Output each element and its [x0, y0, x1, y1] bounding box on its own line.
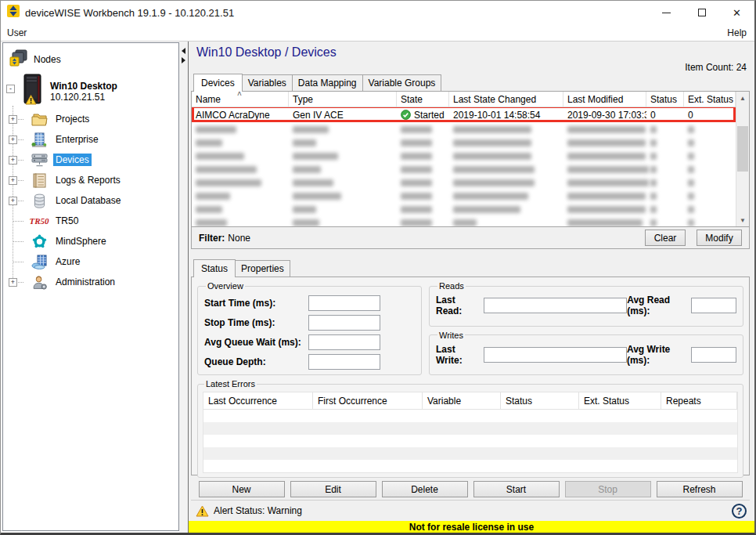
error-column-header-repeats[interactable]: Repeats	[661, 392, 737, 410]
clear-filter-button[interactable]: Clear	[645, 230, 686, 246]
filter-label: Filter:	[199, 233, 225, 244]
status-tab-page: Overview Start Time (ms): Stop Time (ms)…	[191, 277, 750, 475]
scroll-up-icon[interactable]: ▲	[736, 92, 749, 104]
device-row-redacted[interactable]	[192, 215, 736, 226]
server-warning-icon	[19, 74, 45, 109]
column-header-last-modified[interactable]: Last Modified	[563, 92, 646, 107]
column-header-last-state-changed[interactable]: Last State Changed	[449, 92, 563, 107]
tree-root-nodes[interactable]: Nodes	[8, 48, 178, 74]
devices-icon	[30, 154, 49, 167]
edit-button[interactable]: Edit	[290, 481, 376, 497]
modify-filter-button[interactable]: Modify	[697, 230, 742, 246]
error-column-header-variable[interactable]: Variable	[423, 392, 501, 410]
device-row-redacted[interactable]	[192, 202, 736, 215]
device-row-redacted[interactable]	[192, 122, 736, 136]
help-icon[interactable]: ?	[732, 504, 747, 519]
expand-icon[interactable]: +	[9, 136, 17, 144]
sidebar-item-label: Enterprise	[53, 133, 101, 146]
expand-icon[interactable]: +	[9, 176, 17, 185]
warning-icon	[196, 505, 209, 517]
maximize-button[interactable]	[684, 1, 719, 24]
device-last-modified: 2019-09-30 17:03:38	[563, 110, 646, 121]
column-header-type[interactable]: Type	[289, 92, 397, 107]
writes-legend: Writes	[437, 331, 465, 340]
device-row-redacted[interactable]	[192, 175, 736, 189]
table-scrollbar[interactable]: ▲ ▼	[736, 92, 749, 226]
stop-time-field[interactable]	[308, 315, 380, 331]
reads-legend: Reads	[437, 281, 466, 291]
sidebar-item-logs-reports[interactable]: +Logs & Reports	[30, 170, 178, 190]
node-address: 10.120.21.51	[50, 92, 117, 103]
scrollbar-track[interactable]	[736, 104, 749, 214]
avg-read-label: Avg Read (ms):	[627, 295, 686, 316]
azure-icon	[30, 255, 49, 269]
sidebar-item-mindsphere[interactable]: MindSphere	[30, 231, 178, 251]
detail-tab-properties[interactable]: Properties	[235, 260, 290, 277]
sidebar-item-label: Logs & Reports	[53, 174, 123, 186]
last-write-field[interactable]	[484, 347, 627, 363]
device-row-redacted[interactable]	[192, 162, 736, 175]
column-header-ext-status[interactable]: Ext. Status	[684, 92, 736, 107]
start-button[interactable]: Start	[473, 481, 560, 497]
sidebar-item-devices[interactable]: +Devices	[30, 150, 178, 170]
detail-tab-status[interactable]: Status	[193, 259, 236, 277]
collapse-right-icon[interactable]	[180, 56, 187, 63]
new-button[interactable]: New	[199, 481, 285, 497]
error-column-header-ext-status[interactable]: Ext. Status	[579, 392, 661, 410]
minimize-button[interactable]	[649, 1, 684, 24]
sidebar-item-administration[interactable]: +Administration	[30, 272, 178, 292]
avg-read-field[interactable]	[691, 298, 736, 313]
error-column-header-last-occurrence[interactable]: Last Occurrence	[203, 392, 313, 410]
device-row-redacted[interactable]	[192, 136, 736, 149]
close-button[interactable]: ✕	[719, 1, 754, 24]
tab-variable-groups[interactable]: Variable Groups	[362, 74, 442, 91]
column-header-state[interactable]: State	[397, 92, 449, 107]
app-logo-icon	[7, 5, 20, 20]
refresh-button[interactable]: Refresh	[657, 481, 743, 497]
sidebar-item-label: Administration	[53, 276, 117, 288]
expand-icon[interactable]: +	[9, 278, 17, 287]
collapse-expander[interactable]: -	[6, 85, 15, 93]
error-column-header-status[interactable]: Status	[501, 392, 579, 410]
mindsphere-icon	[30, 234, 49, 249]
device-row-aimco-acradyne[interactable]: AIMCO AcraDyne Gen IV ACE Started 2019-1…	[192, 107, 736, 122]
devices-table-header: Name˄TypeStateLast State ChangedLast Mod…	[192, 92, 736, 107]
delete-button[interactable]: Delete	[382, 481, 468, 497]
sidebar-item-projects[interactable]: +Projects	[30, 109, 178, 129]
last-read-field[interactable]	[484, 298, 627, 313]
folder-icon	[30, 112, 49, 126]
scroll-down-icon[interactable]: ▼	[736, 214, 749, 226]
avg-write-field[interactable]	[691, 347, 736, 363]
empty-error-row	[203, 435, 737, 447]
error-column-header-first-occurrence[interactable]: First Occurrence	[313, 392, 423, 410]
column-header-name[interactable]: Name˄	[192, 92, 289, 107]
menu-help[interactable]: Help	[727, 27, 747, 38]
node-tree-panel: Nodes - Wi	[2, 42, 179, 531]
enterprise-icon	[30, 132, 49, 147]
panel-splitter[interactable]	[179, 42, 188, 533]
sidebar-item-local-database[interactable]: +Local Database	[30, 190, 178, 211]
sidebar-item-label: Projects	[53, 113, 92, 125]
device-row-redacted[interactable]	[192, 149, 736, 162]
expand-icon[interactable]: +	[9, 197, 17, 205]
device-row-redacted[interactable]	[192, 189, 736, 202]
menu-user[interactable]: User	[7, 27, 27, 38]
tab-devices[interactable]: Devices	[193, 74, 243, 92]
tab-data-mapping[interactable]: Data Mapping	[292, 74, 363, 91]
latest-errors-table: Last OccurrenceFirst OccurrenceVariableS…	[203, 392, 738, 473]
start-time-field[interactable]	[308, 295, 380, 311]
sidebar-item-tr50[interactable]: TR50TR50	[30, 211, 178, 231]
tab-variables[interactable]: Variables	[242, 74, 293, 91]
stop-button[interactable]: Stop	[565, 481, 651, 497]
scrollbar-thumb[interactable]	[737, 126, 748, 172]
expand-icon[interactable]: +	[9, 156, 17, 164]
sidebar-item-azure[interactable]: Azure	[30, 251, 178, 272]
queue-depth-field[interactable]	[308, 354, 380, 370]
sidebar-item-enterprise[interactable]: +Enterprise	[30, 129, 178, 150]
tree-node-win10-desktop[interactable]: - Win10 Desktop 10.120.21.5	[8, 74, 178, 109]
expand-icon[interactable]: +	[9, 115, 17, 124]
column-header-status[interactable]: Status	[646, 92, 684, 107]
avg-queue-wait-field[interactable]	[308, 334, 380, 350]
collapse-left-icon[interactable]	[180, 47, 187, 54]
last-write-label: Last Write:	[436, 344, 477, 366]
